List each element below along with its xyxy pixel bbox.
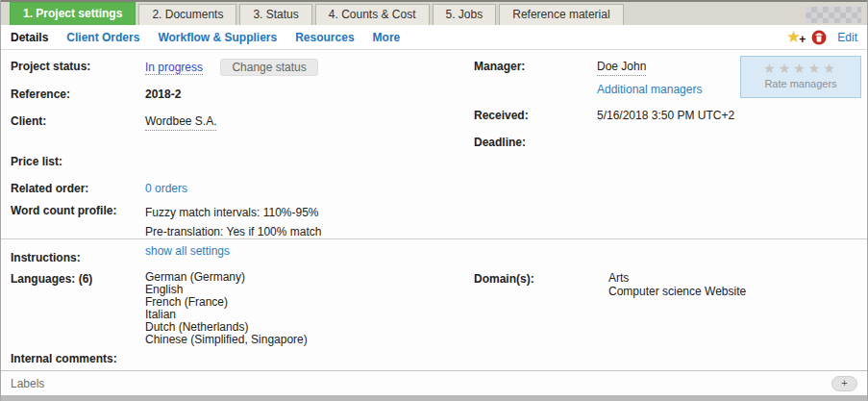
nav-client-orders[interactable]: Client Orders: [66, 31, 139, 44]
tab-reference-material[interactable]: Reference material: [499, 4, 623, 25]
delete-trash-icon[interactable]: [811, 30, 827, 45]
additional-managers-link[interactable]: Additional managers: [597, 82, 702, 98]
internal-comments-label: Internal comments:: [1, 352, 867, 365]
project-status-label: Project status:: [11, 59, 145, 76]
add-label-button[interactable]: +: [831, 376, 857, 391]
reference-row: Reference: 2018-2: [11, 87, 464, 103]
client-label: Client:: [11, 113, 145, 131]
change-status-button[interactable]: Change status: [220, 59, 317, 76]
languages-row: Languages: (6) German (Germany) English …: [11, 271, 464, 346]
manager-value[interactable]: Doe John: [597, 59, 646, 76]
reference-value: 2018-2: [145, 87, 181, 103]
additional-managers-spacer: [474, 82, 597, 98]
edit-link[interactable]: Edit: [837, 31, 857, 44]
tab-counts-cost[interactable]: 4. Counts & Cost: [315, 4, 430, 25]
domain-item: Arts: [608, 271, 746, 285]
language-item: Chinese (Simplified, Singapore): [145, 334, 308, 346]
tab-jobs[interactable]: 5. Jobs: [433, 4, 497, 25]
nav-more[interactable]: More: [373, 31, 401, 44]
bottom-border-strip: [1, 395, 867, 401]
domains-list: Arts Computer science Website: [608, 271, 746, 298]
nav-resources[interactable]: Resources: [295, 31, 354, 44]
favorite-add-star-icon[interactable]: ★+: [786, 29, 801, 45]
deadline-row: Deadline:: [474, 135, 867, 151]
rate-managers-label: Rate managers: [741, 78, 860, 89]
tab-bar: 1. Project settings 2. Documents 3. Stat…: [1, 0, 867, 25]
pretranslation-line: Pre-translation: Yes if 100% match: [145, 222, 321, 241]
languages-block: Languages: (6) German (Germany) English …: [1, 271, 464, 346]
nav-toolbar: ★+ Edit: [786, 29, 857, 45]
domains-label: Domain(s):: [474, 271, 608, 298]
show-all-settings-link[interactable]: show all settings: [145, 241, 321, 261]
domain-item: Computer science Website: [608, 285, 746, 298]
project-settings-page: 1. Project settings 2. Documents 3. Stat…: [0, 0, 868, 401]
domains-row: Domain(s): Arts Computer science Website: [474, 271, 867, 298]
plus-overlay-icon: +: [799, 32, 806, 48]
price-list-label: Price list:: [11, 154, 145, 170]
nav-details[interactable]: Details: [11, 31, 48, 44]
client-row: Client: Wordbee S.A.: [11, 113, 464, 131]
related-order-link[interactable]: 0 orders: [145, 181, 187, 197]
reference-label: Reference:: [11, 87, 145, 103]
deadline-label: Deadline:: [474, 135, 597, 151]
received-label: Received:: [474, 108, 597, 124]
details-top-grid: Project status: In progress Change statu…: [1, 50, 867, 238]
rating-stars-icon: ★★★★★: [741, 61, 860, 76]
languages-list: German (Germany) English French (France)…: [145, 271, 308, 346]
word-count-profile-value: Fuzzy match intervals: 110%-95% Pre-tran…: [145, 203, 321, 261]
received-value: 5/16/2018 3:50 PM UTC+2: [597, 108, 734, 124]
project-status-link[interactable]: In progress: [145, 61, 203, 75]
received-row: Received: 5/16/2018 3:50 PM UTC+2: [474, 108, 867, 124]
redacted-pixelated-area: [806, 7, 861, 23]
section-nav: Details Client Orders Workflow & Supplie…: [1, 25, 867, 50]
manager-label: Manager:: [474, 59, 597, 76]
labels-title: Labels: [11, 377, 44, 390]
client-value[interactable]: Wordbee S.A.: [145, 113, 216, 131]
details-panel: ★★★★★ Rate managers Project status: In p…: [1, 50, 867, 370]
related-order-row: Related order: 0 orders: [11, 181, 464, 197]
nav-workflow-suppliers[interactable]: Workflow & Suppliers: [158, 31, 277, 44]
related-order-label: Related order:: [11, 181, 145, 197]
languages-domains-grid: Languages: (6) German (Germany) English …: [1, 271, 867, 346]
rate-managers-box[interactable]: ★★★★★ Rate managers: [740, 56, 861, 98]
project-status-row: Project status: In progress Change statu…: [11, 59, 464, 76]
tab-status[interactable]: 3. Status: [239, 4, 311, 25]
languages-label: Languages: (6): [11, 271, 145, 346]
project-status-value-wrap: In progress Change status: [145, 59, 318, 76]
tab-project-settings[interactable]: 1. Project settings: [10, 2, 136, 25]
price-list-row: Price list:: [11, 154, 464, 170]
details-left-column: Project status: In progress Change statu…: [1, 59, 464, 238]
fuzzy-match-line: Fuzzy match intervals: 110%-95%: [145, 203, 321, 222]
domains-block: Domain(s): Arts Computer science Website: [464, 271, 867, 346]
tab-documents[interactable]: 2. Documents: [138, 4, 236, 25]
labels-bar: Labels +: [1, 370, 867, 395]
